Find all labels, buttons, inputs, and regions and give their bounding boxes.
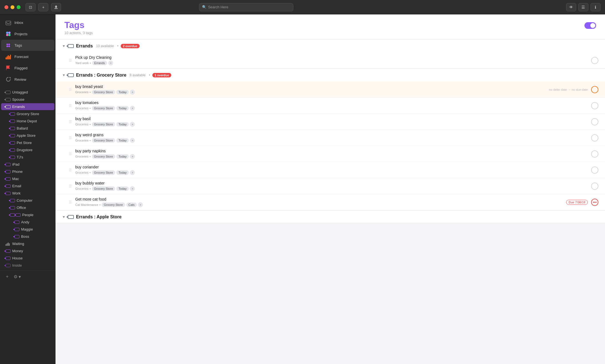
water-tag-grocery[interactable]: Grocery Store: [92, 186, 115, 191]
sidebar-item-spouse[interactable]: Spouse: [1, 96, 54, 103]
sidebar-item-maggie[interactable]: Maggie: [1, 226, 54, 233]
inside-tag-icon: [6, 264, 11, 267]
inbox-icon: [4, 19, 12, 26]
basil-complete-circle[interactable]: [591, 118, 598, 125]
sidebar-item-apple-store[interactable]: Apple Store: [1, 132, 54, 139]
sidebar-item-grocery-store[interactable]: Grocery Store: [1, 110, 54, 117]
sidebar-item-forecast[interactable]: Forecast: [1, 51, 54, 62]
task-note-icon: ☰: [69, 59, 72, 62]
bread-complete-circle[interactable]: [591, 86, 598, 93]
basil-add-tag[interactable]: +: [130, 122, 135, 127]
napkins-tag-grocery[interactable]: Grocery Store: [92, 154, 115, 159]
coriander-tag-today[interactable]: Today: [116, 170, 129, 175]
apple-chevron[interactable]: ▼: [62, 215, 65, 219]
napkins-tag-today[interactable]: Today: [116, 154, 129, 159]
sidebar-item-waiting[interactable]: Waiting: [1, 240, 54, 247]
coriander-complete-circle[interactable]: [591, 166, 598, 174]
tomatoes-meta: Groceries • Grocery Store Today +: [75, 106, 588, 111]
view-button[interactable]: 👁: [566, 3, 576, 11]
tomatoes-add-tag[interactable]: +: [130, 106, 135, 111]
grains-add-tag[interactable]: +: [130, 138, 135, 143]
tomatoes-tag-today[interactable]: Today: [116, 106, 129, 110]
maximize-button[interactable]: [17, 5, 21, 9]
basil-title: buy basil: [75, 117, 588, 121]
sidebar-item-ipad[interactable]: iPad: [1, 161, 54, 168]
add-tag-button[interactable]: +: [3, 273, 11, 280]
basil-tag-today[interactable]: Today: [116, 122, 129, 127]
svg-point-3: [8, 32, 11, 34]
sidebar-nav: Inbox Projects: [0, 14, 56, 87]
sidebar-item-errands[interactable]: Errands: [1, 103, 54, 110]
close-button[interactable]: [4, 5, 8, 9]
bread-tag-grocery[interactable]: Grocery Store: [92, 90, 115, 94]
list-button[interactable]: ☰: [578, 3, 588, 11]
grains-tag-grocery[interactable]: Grocery Store: [92, 138, 115, 143]
catfood-more-button[interactable]: •••: [591, 199, 598, 206]
tomatoes-complete-circle[interactable]: [591, 102, 598, 109]
task-add-tag[interactable]: +: [108, 60, 113, 65]
sidebar-item-projects[interactable]: Projects: [1, 28, 54, 39]
napkins-add-tag[interactable]: +: [130, 154, 135, 159]
sidebar-item-inside[interactable]: Inside: [1, 262, 54, 269]
sidebar-item-email[interactable]: Email: [1, 183, 54, 189]
sidebar-item-people[interactable]: People: [1, 211, 54, 218]
sidebar-item-boss[interactable]: Boss: [1, 233, 54, 240]
bread-content: buy bread yeast Groceries • Grocery Stor…: [75, 84, 546, 95]
napkins-note-icon: ☰: [69, 152, 72, 156]
section-errands-grocery: ▼ Errands : Grocery Store 8 available • …: [56, 69, 605, 211]
info-button[interactable]: ℹ: [591, 3, 601, 11]
dot: •: [90, 61, 91, 65]
sidebar-item-computer[interactable]: Computer: [1, 197, 54, 204]
coriander-tag-grocery[interactable]: Grocery Store: [92, 170, 115, 175]
sidebar-item-phone[interactable]: Phone: [1, 168, 54, 175]
content-area: Tags 10 actions, 3 tags ▼ Errands 10 ava…: [56, 14, 605, 364]
sidebar-item-review[interactable]: Review: [1, 74, 54, 85]
catfood-tag-cats[interactable]: Cats: [126, 203, 137, 207]
add-button[interactable]: +: [38, 3, 48, 11]
sidebar-item-inbox[interactable]: Inbox: [1, 17, 54, 28]
sidebar-item-drugstore[interactable]: Drugstore: [1, 146, 54, 153]
catfood-add-tag[interactable]: +: [138, 202, 143, 207]
bread-project: Groceries: [75, 90, 89, 94]
sidebar-item-work[interactable]: Work: [1, 190, 54, 197]
catfood-project: Cat Maintenance: [75, 203, 98, 206]
minimize-button[interactable]: [11, 5, 14, 9]
titlebar: ⊡ + 🔍 Search Here 👁 ☰ ℹ: [0, 0, 605, 14]
sidebar-item-money[interactable]: Money: [1, 247, 54, 254]
sidebar-item-tags[interactable]: Tags: [1, 40, 54, 51]
water-tag-today[interactable]: Today: [116, 186, 129, 191]
coriander-add-tag[interactable]: +: [130, 170, 135, 175]
office-tag-icon: [10, 206, 15, 209]
errands-chevron[interactable]: ▼: [62, 44, 65, 48]
catfood-tag-grocery[interactable]: Grocery Store: [102, 203, 125, 207]
grains-complete-circle[interactable]: [591, 134, 598, 141]
sidebar-item-office[interactable]: Office: [1, 204, 54, 211]
search-bar[interactable]: 🔍 Search Here: [199, 3, 293, 11]
sidebar-item-mac[interactable]: Mac: [1, 175, 54, 182]
sidebar-item-andy[interactable]: Andy: [1, 219, 54, 226]
napkins-complete-circle[interactable]: [591, 150, 598, 158]
sidebar-item-untagged[interactable]: Untagged: [1, 89, 54, 96]
task-buy-basil: ☰ buy basil Groceries • Grocery Store To…: [56, 114, 605, 130]
task-tag-errands[interactable]: Errands: [92, 61, 107, 65]
bread-add-tag[interactable]: +: [130, 90, 135, 95]
bread-tag-today[interactable]: Today: [116, 90, 129, 94]
tomatoes-tag-grocery[interactable]: Grocery Store: [92, 106, 115, 110]
sidebar-item-tjs[interactable]: TJ's: [1, 154, 54, 161]
sidebar-toggle-button[interactable]: ⊡: [26, 3, 36, 11]
basil-tag-grocery[interactable]: Grocery Store: [92, 122, 115, 127]
sidebar-item-home-depot[interactable]: Home Depot: [1, 118, 54, 125]
settings-button[interactable]: ⚙ ▾: [13, 273, 21, 280]
grains-tag-today[interactable]: Today: [116, 138, 129, 143]
dot: •: [90, 187, 91, 190]
sidebar-item-ballard[interactable]: Ballard: [1, 125, 54, 132]
sidebar-item-pet-store[interactable]: Pet Store: [1, 139, 54, 146]
sidebar-item-house[interactable]: House: [1, 255, 54, 262]
toggle-button[interactable]: [584, 22, 596, 29]
grocery-chevron[interactable]: ▼: [62, 73, 65, 77]
sidebar-item-flagged[interactable]: Flagged: [1, 62, 54, 74]
water-add-tag[interactable]: +: [130, 186, 135, 191]
water-complete-circle[interactable]: [591, 183, 598, 190]
task-complete-circle[interactable]: [591, 57, 598, 64]
download-button[interactable]: [51, 3, 61, 11]
